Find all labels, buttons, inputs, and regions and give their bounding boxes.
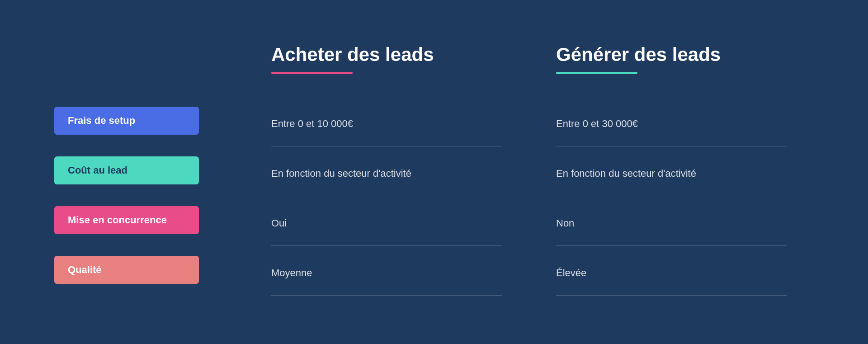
acheter-row-2: Oui — [271, 201, 502, 246]
generer-title: Générer des leads — [556, 44, 787, 66]
badge-cout-lead: Coût au lead — [54, 156, 199, 184]
comparison-layout: Frais de setup Coût au lead Mise en conc… — [54, 44, 814, 300]
generer-row-2: Non — [556, 201, 787, 246]
acheter-underline — [271, 72, 353, 74]
acheter-header: Acheter des leads — [271, 44, 502, 74]
generer-qualite-value: Élevée — [556, 267, 586, 279]
acheter-mise-value: Oui — [271, 217, 287, 229]
label-qualite: Qualité — [54, 247, 244, 292]
left-column: Frais de setup Coût au lead Mise en conc… — [54, 44, 244, 300]
acheter-row-0: Entre 0 et 10 000€ — [271, 101, 502, 146]
generer-cout-value: En fonction du secteur d'activité — [556, 168, 696, 179]
generer-row-3: Élevée — [556, 250, 787, 296]
label-frais-setup: Frais de setup — [54, 98, 244, 143]
generer-frais-value: Entre 0 et 30 000€ — [556, 118, 638, 130]
badge-qualite: Qualité — [54, 256, 199, 284]
generer-mise-value: Non — [556, 217, 574, 229]
acheter-frais-value: Entre 0 et 10 000€ — [271, 118, 353, 130]
generer-underline — [556, 72, 637, 74]
generer-column: Générer des leads Entre 0 et 30 000€ En … — [529, 44, 814, 300]
badge-frais-setup: Frais de setup — [54, 107, 199, 135]
generer-header: Générer des leads — [556, 44, 787, 74]
acheter-row-3: Moyenne — [271, 250, 502, 296]
acheter-cout-value: En fonction du secteur d'activité — [271, 168, 411, 179]
generer-row-1: En fonction du secteur d'activité — [556, 151, 787, 196]
acheter-row-1: En fonction du secteur d'activité — [271, 151, 502, 196]
generer-row-0: Entre 0 et 30 000€ — [556, 101, 787, 146]
page-container: Frais de setup Coût au lead Mise en conc… — [0, 0, 868, 344]
acheter-column: Acheter des leads Entre 0 et 10 000€ En … — [244, 44, 529, 300]
acheter-qualite-value: Moyenne — [271, 267, 312, 279]
label-mise-concurrence: Mise en concurrence — [54, 198, 244, 243]
acheter-title: Acheter des leads — [271, 44, 502, 66]
badge-mise-concurrence: Mise en concurrence — [54, 206, 199, 234]
label-cout-lead: Coût au lead — [54, 148, 244, 193]
